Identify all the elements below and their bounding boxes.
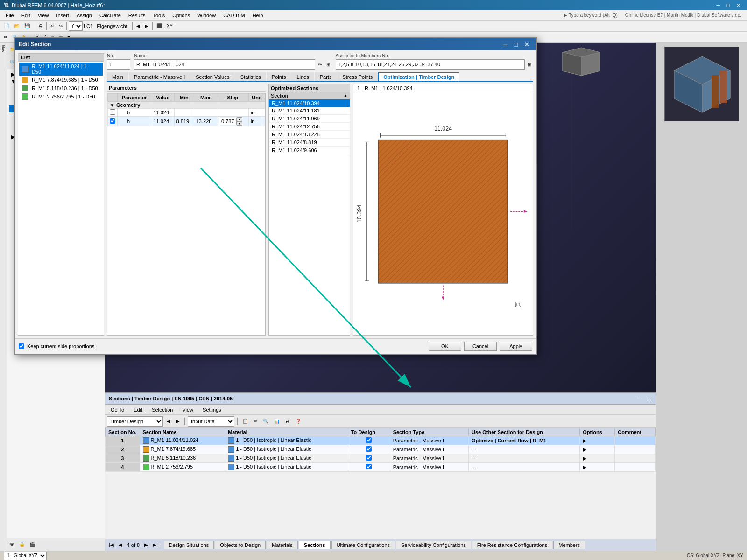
cell-check-h[interactable] [108,117,118,126]
cell-td-4[interactable] [348,463,390,472]
menu-edit[interactable]: Edit [18,10,34,20]
cell-opt-4[interactable]: ▶ [580,463,615,472]
tb-open[interactable]: 📂 [12,21,21,31]
dialog-close[interactable]: ✕ [521,41,532,49]
nav-last[interactable]: ▶| [151,540,160,550]
checkbox-td-2[interactable] [366,446,372,452]
cell-td-1[interactable] [348,436,390,445]
tb-undo[interactable]: ↩ [49,21,56,31]
bp-icon5[interactable]: 🖨 [283,417,292,426]
name-input[interactable] [134,59,315,70]
checkbox-b[interactable] [110,109,115,115]
checkbox-td-1[interactable] [366,437,372,443]
tb-save[interactable]: 💾 [22,21,32,31]
menu-file[interactable]: File [2,10,18,20]
no-input[interactable] [107,59,130,70]
bp-prev[interactable]: ◀ [165,417,172,426]
bp-data-select[interactable]: Input Data [188,416,234,427]
tb-new[interactable]: 📄 [2,21,11,31]
tb-3d[interactable]: ⬛ [155,21,164,31]
nav-prev[interactable]: ◀ [117,540,124,550]
tb-redo[interactable]: ↪ [57,21,64,31]
nav-tab-ult[interactable]: Ultimate Configurations [331,541,395,549]
tab-section-values[interactable]: Section Values [190,72,235,81]
cancel-button[interactable]: Cancel [464,342,497,351]
bp-menu-edit[interactable]: Edit [130,405,146,414]
tb-nav-next[interactable]: ▶ [143,21,150,31]
bp-icon3[interactable]: 🔍 [261,417,270,426]
nav-tab-fire[interactable]: Fire Resistance Configurations [472,541,552,549]
group-expand[interactable]: ▼ [110,103,114,108]
tab-lines[interactable]: Lines [291,72,314,81]
cell-td-3[interactable] [348,454,390,463]
menu-calculate[interactable]: Calculate [96,10,125,20]
menu-assign[interactable]: Assign [73,10,96,20]
bp-icon2[interactable]: ✏ [252,417,259,426]
close-button[interactable]: ✕ [733,2,743,9]
tab-parametric[interactable]: Parametric - Massive I [129,72,190,81]
nav-tab-mem[interactable]: Members [553,541,585,549]
bp-icon6[interactable]: ❓ [294,417,303,426]
cell-opt-3[interactable]: ▶ [580,454,615,463]
tab-statistics[interactable]: Statistics [235,72,266,81]
nav-first[interactable]: |◀ [107,540,116,550]
apply-button[interactable]: Apply [500,342,532,351]
assigned-input[interactable] [336,59,525,70]
ok-button[interactable]: OK [429,342,461,351]
cube-nav[interactable] [664,47,739,121]
tb-print[interactable]: 🖨 [36,21,44,31]
checkbox-h[interactable] [110,118,115,124]
table-row[interactable]: 4 R_M1 2.756/2.795 1 - D50 | Isotropic |… [106,463,656,472]
nav-tab-ds[interactable]: Design Situations [164,541,214,549]
cell-check-b[interactable] [108,109,118,117]
opt-section-item-6[interactable]: R_M1 11.024/8.819 [269,139,350,147]
maximize-button[interactable]: □ [724,2,733,9]
menu-cad-bim[interactable]: CAD-BIM [219,10,248,20]
tab-points[interactable]: Points [267,72,291,81]
bp-minimize[interactable]: ─ [636,394,643,403]
tb-nav-prev[interactable]: ◀ [134,21,142,31]
table-row[interactable]: 2 R_M1 7.874/19.685 1 - D50 | Isotropic … [106,445,656,454]
table-row[interactable]: 1 R_M1 11.024/11.024 1 - D50 | Isotropic… [106,436,656,445]
tree-bottom-btn1[interactable]: 👁 [8,540,16,549]
minimize-button[interactable]: ─ [714,2,723,9]
opt-section-item-5[interactable]: R_M1 11.024/13.228 [269,131,350,139]
cell-opt-1[interactable]: ▶ [580,436,615,445]
tb-xy[interactable]: XY [165,21,175,31]
opt-sections-sort-icon[interactable]: ▲ [343,93,348,98]
dialog-maximize[interactable]: □ [511,41,521,49]
tab-optimization[interactable]: Optimization | Timber Design [378,72,459,81]
opt-section-item-7[interactable]: R_M1 11.024/9.606 [269,147,350,154]
menu-options[interactable]: Options [169,10,194,20]
bp-menu-settings[interactable]: Settings [199,405,225,414]
name-browse-btn[interactable]: ⊞ [324,59,332,70]
bp-icon1[interactable]: 📋 [240,417,250,426]
cell-step-h[interactable]: ▲ ▼ [217,117,248,126]
menu-help[interactable]: Help [249,10,267,20]
tree-bottom-btn2[interactable]: 🔒 [17,540,27,549]
bp-next[interactable]: ▶ [174,417,182,426]
cell-td-2[interactable] [348,445,390,454]
opt-section-item-3[interactable]: R_M1 11.024/11.969 [269,115,350,123]
menu-window[interactable]: Window [194,10,219,20]
dialog-list-item-4[interactable]: R_M1 2.756/2.795 | 1 - D50 [19,92,103,101]
bp-design-select[interactable]: Timber Design [107,416,163,427]
menu-insert[interactable]: Insert [52,10,73,20]
step-up-h[interactable]: ▲ [237,117,242,121]
step-down-h[interactable]: ▼ [237,121,242,126]
table-row[interactable]: 3 R_M1 5.118/10.236 1 - D50 | Isotropic … [106,454,656,463]
assigned-btn[interactable]: ⊞ [526,59,533,70]
nav-tab-svc[interactable]: Serviceability Configurations [396,541,471,549]
bp-maximize[interactable]: □ [646,394,652,403]
tab-parts[interactable]: Parts [315,72,337,81]
opt-section-item-1[interactable]: R_M1 11.024/10.394 [269,99,350,107]
bp-menu-selection[interactable]: Selection [148,405,176,414]
nav-next-tab[interactable]: ▶ [142,540,150,550]
checkbox-td-4[interactable] [366,464,372,469]
dialog-list-item-3[interactable]: R_M1 5.118/10.236 | 1 - D50 [19,84,103,92]
nav-tab-sec[interactable]: Sections [299,541,331,549]
checkbox-td-3[interactable] [366,455,372,461]
menu-view[interactable]: View [34,10,53,20]
opt-section-item-4[interactable]: R_M1 11.024/12.756 [269,123,350,131]
dialog-minimize[interactable]: ─ [500,41,510,49]
